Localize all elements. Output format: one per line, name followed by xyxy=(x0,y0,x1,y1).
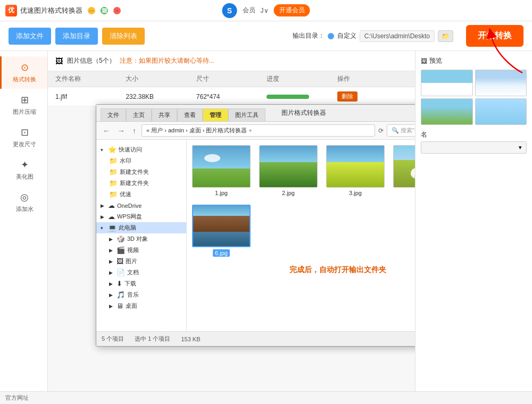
tree-item-pictures[interactable]: ▶ 🖼 图片 xyxy=(96,256,186,267)
status-size: 153 KB xyxy=(181,336,200,342)
tree-item-thispc[interactable]: ▾ 💻 此电脑 xyxy=(96,222,186,233)
format-label: 名 xyxy=(421,130,527,139)
status-count: 5 个项目 xyxy=(102,335,124,343)
app-icon: 优 xyxy=(5,5,17,16)
add-file-button[interactable]: 添加文件 xyxy=(9,28,51,45)
main-area: ⊙ 格式转换 ⊞ 图片压缩 ⊡ 更改尺寸 ✦ 美化图 ◎ 添加水 🖼 图片信息（… xyxy=(0,51,532,404)
sidebar-item-watermark[interactable]: ◎ 添加水 xyxy=(0,186,47,218)
service-icon: S xyxy=(222,3,237,18)
dialog-body: ▾ ⭐ 快速访问 📁 水印 📁 新建文件夹 xyxy=(96,140,415,331)
file-thumb-4 xyxy=(393,145,415,188)
dialog-overlay: 文件 主页 共享 查看 管理 图片工具 图片格式转换器 — ⬜ ✕ xyxy=(48,51,415,404)
file-thumb-6 xyxy=(192,205,251,247)
dialog-tab-view[interactable]: 查看 xyxy=(177,108,203,121)
nav-label1: 会员 xyxy=(243,6,255,15)
tree-item-wpsdisk[interactable]: ▶ ☁ WPS网盘 xyxy=(96,211,186,222)
dialog-title: 图片格式转换器 xyxy=(281,108,326,117)
tree-item-3d[interactable]: ▶ 🎲 3D 对象 xyxy=(96,233,186,245)
file-thumb-3 xyxy=(326,145,385,188)
tree-item-downloads[interactable]: ▶ ⬇ 下载 xyxy=(96,278,186,289)
radio-custom[interactable] xyxy=(328,33,334,39)
browse-folder-button[interactable]: 📁 xyxy=(438,30,453,42)
format-icon: ⊙ xyxy=(21,62,29,73)
beautify-icon: ✦ xyxy=(21,159,29,171)
maximize-button[interactable]: ⬜ xyxy=(101,7,108,14)
dialog-message: 完成后，自动打开输出文件夹 xyxy=(192,257,415,283)
tree-item-newfolder2[interactable]: 📁 新建文件夹 xyxy=(96,178,186,189)
format-select[interactable]: ▾ xyxy=(421,141,527,154)
output-label: 输出目录： xyxy=(293,31,325,40)
output-area: 输出目录： 自定义 C:\Users\admin\Deskto 📁 xyxy=(293,30,453,42)
tree-item-music[interactable]: ▶ 🎵 音乐 xyxy=(96,289,186,300)
file-label-2: 2.jpg xyxy=(282,190,295,196)
files-grid: 1.jpg 2.jpg xyxy=(192,145,415,257)
clear-list-button[interactable]: 清除列表 xyxy=(102,28,145,45)
tree-item-onedrive[interactable]: ▶ ☁ OneDrive xyxy=(96,200,186,211)
file-thumb-1 xyxy=(192,145,251,188)
dialog-tabs: 文件 主页 共享 查看 管理 图片工具 xyxy=(101,105,265,121)
preview-panel: 🖼 预览 名 ▾ xyxy=(415,51,532,404)
addr-forward[interactable]: → xyxy=(115,125,127,136)
tree-item-yousu[interactable]: 📁 优速 xyxy=(96,189,186,200)
dialog-addressbar: ← → ↑ « 用户 › admin › 桌面 › 图片格式转换器 ▾ ⟳ 🔍 … xyxy=(96,122,415,140)
file-item-3[interactable]: 3.jpg xyxy=(326,145,385,196)
output-path-display: C:\Users\admin\Deskto xyxy=(360,30,435,42)
compress-icon: ⊞ xyxy=(21,94,29,106)
file-label-1: 1.jpg xyxy=(215,190,228,196)
preview-cell-4 xyxy=(475,98,527,125)
dialog-tab-file[interactable]: 文件 xyxy=(101,108,126,121)
toggle-quickaccess: ▾ xyxy=(101,147,106,153)
minimize-button[interactable]: — xyxy=(88,7,95,14)
tree-item-docs[interactable]: ▶ 📄 文档 xyxy=(96,267,186,278)
tree-item-video[interactable]: ▶ 🎬 视频 xyxy=(96,245,186,256)
file-item-4[interactable]: 4.jpg xyxy=(393,145,415,196)
content-area: 🖼 图片信息（5个） 注意：如果图片较大请耐心等待... 文件名称 大小 尺寸 … xyxy=(48,51,415,404)
file-explorer-dialog: 文件 主页 共享 查看 管理 图片工具 图片格式转换器 — ⬜ ✕ xyxy=(96,104,415,347)
sidebar-label-format: 格式转换 xyxy=(13,75,36,83)
tree-item-watermark[interactable]: 📁 水印 xyxy=(96,155,186,166)
tree-item-quickaccess[interactable]: ▾ ⭐ 快速访问 xyxy=(96,144,186,155)
sidebar-item-format[interactable]: ⊙ 格式转换 xyxy=(0,56,47,89)
toolbar: 添加文件 添加目录 清除列表 输出目录： 自定义 C:\Users\admin\… xyxy=(0,21,532,51)
dialog-tab-pictools[interactable]: 图片工具 xyxy=(228,108,265,121)
sidebar-label-resize: 更改尺寸 xyxy=(13,140,36,148)
file-item-2[interactable]: 2.jpg xyxy=(259,145,318,196)
tree-item-newfolder1[interactable]: 📁 新建文件夹 xyxy=(96,166,186,178)
sidebar: ⊙ 格式转换 ⊞ 图片压缩 ⊡ 更改尺寸 ✦ 美化图 ◎ 添加水 xyxy=(0,51,48,404)
addr-up[interactable]: ↑ xyxy=(130,125,138,136)
dialog-tab-manage[interactable]: 管理 xyxy=(203,108,228,121)
dialog-tab-home[interactable]: 主页 xyxy=(126,108,152,121)
file-label-6: 6.jpg xyxy=(213,249,230,257)
preview-grid xyxy=(421,70,527,125)
preview-cell-1 xyxy=(421,70,473,96)
dialog-statusbar: 5 个项目 选中 1 个项目 153 KB ⊞ ≡ ↻ 版本：v2.0.1 xyxy=(96,331,415,346)
nav-label2: J∨ xyxy=(261,7,269,14)
dialog-titlebar: 文件 主页 共享 查看 管理 图片工具 图片格式转换器 — ⬜ ✕ xyxy=(96,105,415,122)
sidebar-item-compress[interactable]: ⊞ 图片压缩 xyxy=(0,89,47,121)
dialog-files-area: 1.jpg 2.jpg xyxy=(187,140,415,331)
title-center: S 会员 J∨ 开通会员 xyxy=(222,3,310,18)
file-item-6[interactable]: 6.jpg xyxy=(192,205,251,257)
sidebar-label-compress: 图片压缩 xyxy=(13,108,36,116)
close-button[interactable]: ✕ xyxy=(113,7,121,14)
start-convert-button[interactable]: 开始转换 xyxy=(466,25,523,47)
file-label-3: 3.jpg xyxy=(349,190,362,196)
add-dir-button[interactable]: 添加目录 xyxy=(55,28,98,45)
sidebar-label-watermark: 添加水 xyxy=(16,205,34,213)
tree-item-desktop[interactable]: ▶ 🖥 桌面 xyxy=(96,300,186,312)
dialog-tab-share[interactable]: 共享 xyxy=(152,108,177,121)
output-type-label: 自定义 xyxy=(337,31,356,40)
status-selected: 选中 1 个项目 xyxy=(135,335,170,343)
addr-search-box[interactable]: 🔍 搜索"图片格式转换器" xyxy=(387,124,415,137)
dialog-sidebar: ▾ ⭐ 快速访问 📁 水印 📁 新建文件夹 xyxy=(96,140,187,331)
file-item-1[interactable]: 1.jpg xyxy=(192,145,251,196)
website-label: 官方网址 xyxy=(5,394,29,402)
preview-cell-2 xyxy=(475,70,527,96)
sidebar-item-resize[interactable]: ⊡ 更改尺寸 xyxy=(0,121,47,154)
vip-button[interactable]: 开通会员 xyxy=(274,4,310,16)
addr-refresh[interactable]: ⟳ xyxy=(378,127,384,134)
app-title: 优速图片格式转换器 xyxy=(20,6,82,15)
addr-back[interactable]: ← xyxy=(101,125,112,136)
sidebar-item-beautify[interactable]: ✦ 美化图 xyxy=(0,154,47,186)
resize-icon: ⊡ xyxy=(21,127,29,138)
